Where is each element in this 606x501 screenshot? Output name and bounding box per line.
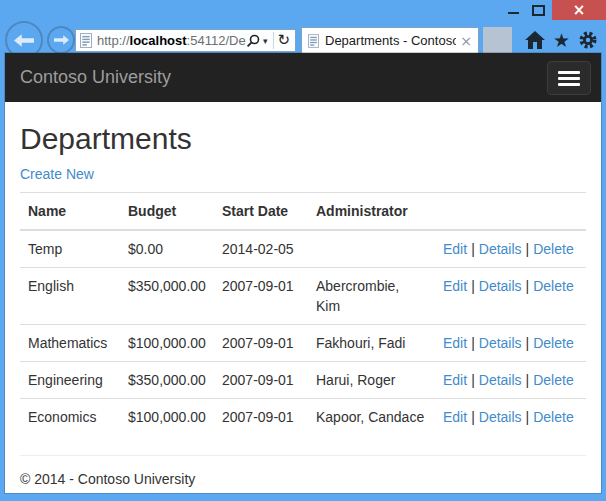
table-row: Economics $100,000.00 2007-09-01 Kapoor,… [20,399,586,436]
cell-actions: Edit|Details|Delete [435,325,586,362]
maximize-button[interactable] [526,0,550,20]
cell-name: Economics [20,399,120,436]
action-separator: | [471,241,475,257]
edit-link[interactable]: Edit [443,278,467,294]
cell-actions: Edit|Details|Delete [435,268,586,325]
action-separator: | [526,335,530,351]
header-name: Name [20,193,120,231]
favorites-star-icon[interactable]: ★ [553,31,570,50]
cell-name: Temp [20,230,120,268]
details-link[interactable]: Details [479,409,522,425]
action-separator: | [471,335,475,351]
url-text[interactable]: http://localhost:54112/Dep [97,33,246,48]
cell-administrator: Harui, Roger [308,362,435,399]
search-dropdown-caret-icon[interactable]: ▾ [263,36,268,46]
delete-link[interactable]: Delete [533,335,573,351]
action-separator: | [471,372,475,388]
action-separator: | [526,409,530,425]
cell-name: English [20,268,120,325]
refresh-icon[interactable]: ↻ [277,33,290,48]
cell-budget: $350,000.00 [120,268,214,325]
cell-start-date: 2007-09-01 [214,399,308,436]
page-icon [80,33,92,48]
cell-administrator: Kapoor, Candace [308,399,435,436]
hamburger-bar [558,83,580,86]
departments-table: Name Budget Start Date Administrator Tem… [20,192,586,435]
action-separator: | [471,278,475,294]
action-separator: | [471,409,475,425]
edit-link[interactable]: Edit [443,409,467,425]
home-icon[interactable] [525,31,545,49]
delete-link[interactable]: Delete [533,409,573,425]
cell-actions: Edit|Details|Delete [435,230,586,268]
cell-budget: $350,000.00 [120,362,214,399]
cell-actions: Edit|Details|Delete [435,399,586,436]
tab-page-icon [308,34,319,48]
tab-title: Departments - Contoso ... [325,33,456,48]
cell-actions: Edit|Details|Delete [435,362,586,399]
cell-start-date: 2007-09-01 [214,362,308,399]
table-row: Temp $0.00 2014-02-05 Edit|Details|Delet… [20,230,586,268]
forward-arrow-icon [54,35,69,45]
copyright-text: © 2014 - Contoso University [20,471,586,487]
brand-link[interactable]: Contoso University [20,53,171,102]
header-actions [435,193,586,231]
url-path: :54112/Dep [187,33,246,48]
cell-start-date: 2007-09-01 [214,268,308,325]
search-icon[interactable] [246,34,260,48]
cell-name: Mathematics [20,325,120,362]
table-row: English $350,000.00 2007-09-01 Abercromb… [20,268,586,325]
url-protocol: http:// [97,33,130,48]
footer: © 2014 - Contoso University [20,471,586,487]
hamburger-bar [558,71,580,74]
details-link[interactable]: Details [479,278,522,294]
action-separator: | [526,278,530,294]
new-tab-button[interactable] [483,27,512,53]
hamburger-bar [558,77,580,80]
browser-chrome: × http://localhost:54112/Dep [0,0,606,53]
table-header-row: Name Budget Start Date Administrator [20,193,586,231]
cell-administrator: Abercrombie, Kim [308,268,435,325]
create-new-link[interactable]: Create New [20,166,94,182]
navbar: Contoso University [5,53,601,102]
forward-button[interactable] [47,26,75,53]
action-separator: | [526,241,530,257]
cell-name: Engineering [20,362,120,399]
action-separator: | [526,372,530,388]
header-budget: Budget [120,193,214,231]
cell-administrator: Fakhouri, Fadi [308,325,435,362]
back-arrow-icon [14,34,34,47]
table-row: Mathematics $100,000.00 2007-09-01 Fakho… [20,325,586,362]
browser-window: × http://localhost:54112/Dep [0,0,606,501]
back-button[interactable] [5,21,43,53]
details-link[interactable]: Details [479,335,522,351]
cell-start-date: 2014-02-05 [214,230,308,268]
settings-gear-icon[interactable] [578,30,598,50]
browser-tab-departments[interactable]: Departments - Contoso ... × [301,27,479,53]
cell-start-date: 2007-09-01 [214,325,308,362]
edit-link[interactable]: Edit [443,241,467,257]
delete-link[interactable]: Delete [533,241,573,257]
hamburger-menu-button[interactable] [547,61,591,95]
delete-link[interactable]: Delete [533,278,573,294]
cell-budget: $100,000.00 [120,325,214,362]
address-bar[interactable]: http://localhost:54112/Dep ▾ ↻ [75,29,296,52]
cell-budget: $0.00 [120,230,214,268]
tab-close-icon[interactable]: × [460,33,472,49]
chrome-toolbar: ★ [525,27,598,53]
cell-budget: $100,000.00 [120,399,214,436]
url-host: localhost [130,33,187,48]
details-link[interactable]: Details [479,241,522,257]
delete-link[interactable]: Delete [533,372,573,388]
page-viewport: Contoso University Departments Create Ne… [5,53,601,493]
details-link[interactable]: Details [479,372,522,388]
table-row: Engineering $350,000.00 2007-09-01 Harui… [20,362,586,399]
footer-divider [20,455,586,456]
edit-link[interactable]: Edit [443,372,467,388]
header-administrator: Administrator [308,193,435,231]
close-window-button[interactable]: × [552,0,606,20]
cell-administrator [308,230,435,268]
minimize-button[interactable] [501,0,525,20]
maximize-icon [532,5,545,16]
edit-link[interactable]: Edit [443,335,467,351]
